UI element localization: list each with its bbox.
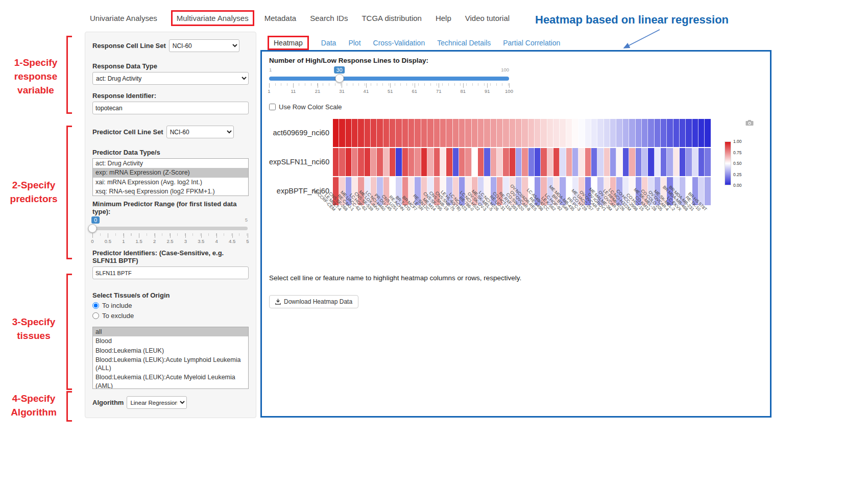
nav-item-univariate-analyses[interactable]: Univariate Analyses [90,14,157,22]
tab-plot[interactable]: Plot [348,39,360,47]
heatmap-cell[interactable] [358,148,364,176]
heatmap-cell[interactable] [636,148,642,176]
predictor-type-option-exp[interactable]: exp: mRNA Expression (Z-Score) [93,168,248,177]
heatmap-cell[interactable] [440,148,446,176]
slider-handle[interactable] [335,74,344,83]
heatmap-cell[interactable] [597,148,604,176]
response-cell-line-set-select[interactable]: NCI-60 [169,39,239,52]
heatmap-cell[interactable] [510,148,516,176]
heatmap-cell[interactable] [553,148,560,176]
heatmap-cell[interactable] [365,148,371,176]
heatmap-cell[interactable] [623,148,629,176]
heatmap-cell[interactable] [591,148,597,176]
heatmap-cell[interactable] [553,119,560,147]
response-identifier-input[interactable] [92,102,249,114]
heatmap-cell[interactable] [333,119,339,147]
heatmap-cell[interactable] [415,119,421,147]
heatmap-cell[interactable] [655,148,661,176]
predictor-type-option-act[interactable]: act: Drug Activity [93,159,248,168]
heatmap-cell[interactable] [459,148,465,176]
tab-cross-validation[interactable]: Cross-Validation [373,39,425,47]
heatmap-cell[interactable] [591,119,597,147]
nav-item-help[interactable]: Help [436,14,451,22]
camera-icon[interactable] [745,119,754,128]
radio-input[interactable] [92,312,99,319]
heatmap-cell[interactable] [566,119,572,147]
heatmap-cell[interactable] [705,119,710,147]
heatmap-cell[interactable] [616,148,622,176]
heatmap-cell[interactable] [503,148,509,176]
heatmap-row-label-act609699-nci60[interactable]: act609699_nci60 [269,119,329,148]
heatmap-cell[interactable] [535,148,541,176]
heatmap-cell[interactable] [648,119,654,147]
tissue-option-all[interactable]: all [93,327,248,336]
heatmap-cell[interactable] [465,119,471,147]
tissue-option-blood-leukemia-leuk-acute-myel[interactable]: Blood:Leukemia (LEUK):Acute Myeloid Leuk… [93,373,248,389]
heatmap-cell[interactable] [446,119,452,147]
predictor-cell-line-set-select[interactable]: NCI-60 [166,126,234,138]
heatmap-cell[interactable] [377,119,383,147]
heatmap-cell[interactable] [510,119,516,147]
heatmap-cell[interactable] [629,119,635,147]
heatmap-cell[interactable] [547,119,553,147]
heatmap-cell[interactable] [383,119,390,147]
tissue-radio-to-include[interactable]: To include [92,302,249,309]
checkbox-input[interactable] [269,104,276,110]
heatmap-cell[interactable] [478,119,484,147]
heatmap-cell[interactable] [560,119,566,147]
download-heatmap-button[interactable]: Download Heatmap Data [269,295,358,308]
heatmap-cell[interactable] [383,148,390,176]
tissue-option-blood[interactable]: Blood [93,336,248,346]
heatmap-cell[interactable] [642,119,648,147]
heatmap-cell[interactable] [402,148,408,176]
heatmap-cell[interactable] [427,119,433,147]
heatmap-cell[interactable] [402,119,408,147]
tab-partial-correlation[interactable]: Partial Correlation [503,39,560,47]
heatmap-cell[interactable] [377,148,383,176]
heatmap-cell[interactable] [566,148,572,176]
heatmap-cell[interactable] [408,148,415,176]
tissue-option-blood-leukemia-leuk[interactable]: Blood:Leukemia (LEUK) [93,346,248,355]
heatmap-cell[interactable] [578,119,585,147]
heatmap-cell[interactable] [667,148,673,176]
slider-handle[interactable] [88,224,97,233]
heatmap-cell[interactable] [547,148,553,176]
heatmap-cell[interactable] [680,119,686,147]
heatmap-cell[interactable] [528,119,535,147]
tissue-list[interactable]: allBloodBlood:Leukemia (LEUK)Blood:Leuke… [92,327,249,389]
heatmap-cell[interactable] [572,148,578,176]
heatmap-cell[interactable] [673,119,680,147]
slider-track[interactable] [92,227,248,230]
heatmap-cell[interactable] [667,119,673,147]
heatmap-row-label-expslfn11-nci60[interactable]: expSLFN11_nci60 [269,148,329,177]
nav-item-search-ids[interactable]: Search IDs [310,14,348,22]
heatmap-cell[interactable] [516,148,522,176]
heatmap-cell[interactable] [661,148,667,176]
nav-item-tcga-distribution[interactable]: TCGA distribution [361,14,422,22]
heatmap-cell[interactable] [421,148,427,176]
heatmap-cell[interactable] [572,119,578,147]
heatmap-cell[interactable] [371,119,377,147]
heatmap-cell[interactable] [636,119,642,147]
heatmap-cell[interactable] [421,119,427,147]
heatmap-cell[interactable] [698,119,705,147]
heatmap-cell[interactable] [472,148,478,176]
nav-item-metadata[interactable]: Metadata [264,14,297,22]
heatmap-cell[interactable] [415,148,421,176]
heatmap-cell[interactable] [427,148,433,176]
heatmap-cell[interactable] [352,148,358,176]
heatmap-cell[interactable] [705,177,710,205]
heatmap-cell[interactable] [597,119,604,147]
heatmap-cell[interactable] [560,148,566,176]
heatmap-cell[interactable] [655,119,661,147]
heatmap-cell[interactable] [585,148,591,176]
predictor-data-type-list[interactable]: act: Drug Activityexp: mRNA Expression (… [92,158,249,196]
tissue-radio-to-exclude[interactable]: To exclude [92,312,249,320]
predictor-type-option-xai[interactable]: xai: mRNA Expression (Avg. log2 Int.) [93,178,248,187]
heatmap-cell[interactable] [352,119,358,147]
heatmap-cell[interactable] [408,119,415,147]
heatmap-cell[interactable] [692,119,698,147]
heatmap-cell[interactable] [339,148,345,176]
tissue-option-blood-leukemia-leuk-acute-lymp[interactable]: Blood:Leukemia (LEUK):Acute Lymphoid Leu… [93,355,248,373]
row-color-scale-checkbox[interactable]: Use Row Color Scale [269,103,763,111]
